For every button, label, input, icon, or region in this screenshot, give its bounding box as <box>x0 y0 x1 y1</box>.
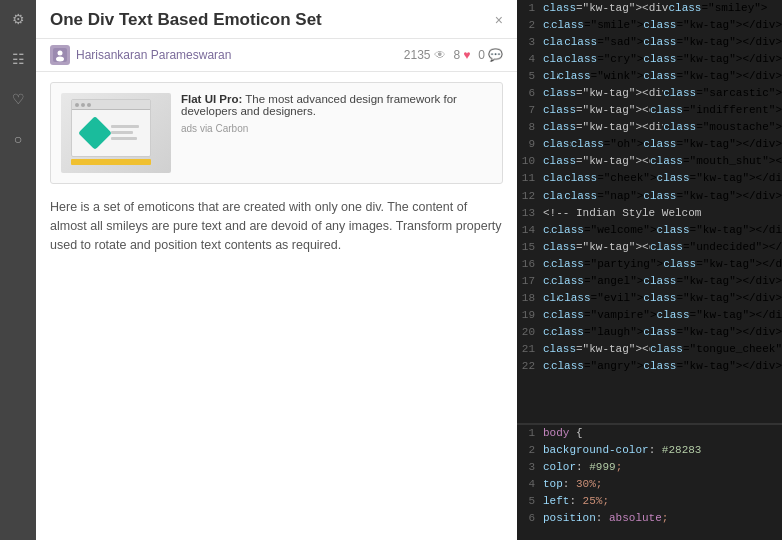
line-content: <!-- Indian Style Welcom <box>543 205 701 222</box>
line-content: class="kw-tag"><div <box>543 239 650 256</box>
code-line: 21 class="kw-tag"><div class="tongue_che… <box>517 341 782 358</box>
line-number: 6 <box>517 510 543 527</box>
settings-icon[interactable]: ⚙ <box>7 8 29 30</box>
code-line: 14 class="kw-tag"><div class="welcome">c… <box>517 222 782 239</box>
page-title: One Div Text Based Emoticon Set <box>50 10 322 30</box>
code-panel: 1 class="kw-tag"><div class="smiley"> 2 … <box>517 0 782 540</box>
line-content: position: absolute; <box>543 510 668 527</box>
line-number: 2 <box>517 17 543 34</box>
line-number: 13 <box>517 205 543 222</box>
comment-icon: 💬 <box>488 48 503 62</box>
code-line: 17 class="kw-tag"><div class="angel">cla… <box>517 273 782 290</box>
line-content: class="kw-tag"><div <box>543 136 571 153</box>
line-number: 10 <box>517 153 543 170</box>
lightbulb-icon[interactable]: ○ <box>7 128 29 150</box>
code-line: 12 class="kw-tag"><div class="nap">class… <box>517 188 782 205</box>
css-code-lines: 1 body { 2 background-color: #28283 3 co… <box>517 425 782 540</box>
code-line: 6 position: absolute; <box>517 510 782 527</box>
ad-image <box>61 93 171 173</box>
author-name[interactable]: Harisankaran Parameswaran <box>76 48 231 62</box>
svg-point-2 <box>56 57 64 62</box>
description-text: Here is a set of emoticons that are crea… <box>50 198 503 254</box>
line-content: class="kw-tag"><div <box>543 290 558 307</box>
line-number: 3 <box>517 459 543 476</box>
line-number: 12 <box>517 188 543 205</box>
ad-banner: Flat UI Pro: The most advanced design fr… <box>50 82 503 184</box>
line-number: 9 <box>517 136 543 153</box>
likes-stat: 8 ♥ <box>454 48 471 62</box>
line-content: class="kw-tag"><div <box>543 170 564 187</box>
line-content: class="kw-tag"><div <box>543 341 650 358</box>
line-content: class="kw-tag"><div <box>543 153 650 170</box>
views-stat: 2135 👁 <box>404 48 446 62</box>
code-line: 2 class="kw-tag"><div class="smile">clas… <box>517 17 782 34</box>
line-number: 22 <box>517 358 543 375</box>
code-line: 6 class="kw-tag"><div class="sarcastic"> <box>517 85 782 102</box>
line-number: 18 <box>517 290 543 307</box>
line-number: 19 <box>517 307 543 324</box>
line-content: left: 25%; <box>543 493 609 510</box>
comment-count: 0 <box>478 48 485 62</box>
ad-bold: Flat UI Pro: <box>181 93 242 105</box>
code-line: 19 class="kw-tag"><div class="vampire">c… <box>517 307 782 324</box>
line-content: class="kw-tag"><div <box>543 0 668 17</box>
line-content: class="kw-tag"><div <box>543 324 551 341</box>
line-number: 2 <box>517 442 543 459</box>
title-bar: One Div Text Based Emoticon Set × <box>36 0 517 39</box>
eye-icon: 👁 <box>434 48 446 62</box>
code-line: 3 class="kw-tag"><div class="sad">class=… <box>517 34 782 51</box>
sidebar: ⚙ ☷ ♡ ○ <box>0 0 36 540</box>
line-content: top: 30%; <box>543 476 602 493</box>
line-content: class="kw-tag"><div <box>543 358 551 375</box>
avatar <box>50 45 70 65</box>
close-button[interactable]: × <box>495 13 503 27</box>
code-line: 2 background-color: #28283 <box>517 442 782 459</box>
line-content: class="kw-tag"><div <box>543 273 551 290</box>
ad-via: ads via Carbon <box>181 123 492 134</box>
ad-text: Flat UI Pro: The most advanced design fr… <box>181 93 492 134</box>
line-number: 4 <box>517 476 543 493</box>
heart-icon: ♥ <box>463 48 470 62</box>
line-content: class="kw-tag"><div <box>543 68 558 85</box>
document-icon[interactable]: ☷ <box>7 48 29 70</box>
line-number: 1 <box>517 425 543 442</box>
like-count: 8 <box>454 48 461 62</box>
code-line: 18 class="kw-tag"><div class="evil">clas… <box>517 290 782 307</box>
code-line: 11 class="kw-tag"><div class="cheek">cla… <box>517 170 782 187</box>
code-line: 16 class="kw-tag"><div class="partying">… <box>517 256 782 273</box>
line-content: class="kw-tag"><div <box>543 307 551 324</box>
code-line: 20 class="kw-tag"><div class="laugh">cla… <box>517 324 782 341</box>
line-number: 5 <box>517 493 543 510</box>
author-row: Harisankaran Parameswaran 2135 👁 8 ♥ 0 💬 <box>36 39 517 72</box>
line-content: class="kw-tag"><div <box>543 102 650 119</box>
code-line: 8 class="kw-tag"><div class="moustache"> <box>517 119 782 136</box>
code-line: 5 class="kw-tag"><div class="wink">class… <box>517 68 782 85</box>
svg-point-1 <box>58 51 63 56</box>
line-number: 5 <box>517 68 543 85</box>
line-content: color: #999; <box>543 459 622 476</box>
comments-stat: 0 💬 <box>478 48 503 62</box>
line-number: 14 <box>517 222 543 239</box>
css-code-section: 1 body { 2 background-color: #28283 3 co… <box>517 425 782 540</box>
line-number: 6 <box>517 85 543 102</box>
code-line: 10 class="kw-tag"><div class="mouth_shut… <box>517 153 782 170</box>
code-line: 7 class="kw-tag"><div class="indifferent… <box>517 102 782 119</box>
line-number: 11 <box>517 170 543 187</box>
code-line: 4 class="kw-tag"><div class="cry">class=… <box>517 51 782 68</box>
line-number: 8 <box>517 119 543 136</box>
main-panel: One Div Text Based Emoticon Set × Harisa… <box>36 0 517 540</box>
author-info: Harisankaran Parameswaran <box>50 45 231 65</box>
line-number: 20 <box>517 324 543 341</box>
content-area: Flat UI Pro: The most advanced design fr… <box>36 72 517 540</box>
code-line: 3 color: #999; <box>517 459 782 476</box>
line-content: class="kw-tag"><div <box>543 85 663 102</box>
line-number: 4 <box>517 51 543 68</box>
chat-icon[interactable]: ♡ <box>7 88 29 110</box>
line-number: 15 <box>517 239 543 256</box>
line-content: class="kw-tag"><div <box>543 188 564 205</box>
code-line: 1 class="kw-tag"><div class="smiley"> <box>517 0 782 17</box>
line-content: class="kw-tag"><div <box>543 119 663 136</box>
stats-bar: 2135 👁 8 ♥ 0 💬 <box>404 48 503 62</box>
code-line: 15 class="kw-tag"><div class="undecided"… <box>517 239 782 256</box>
line-content: class="kw-tag"><div <box>543 256 551 273</box>
